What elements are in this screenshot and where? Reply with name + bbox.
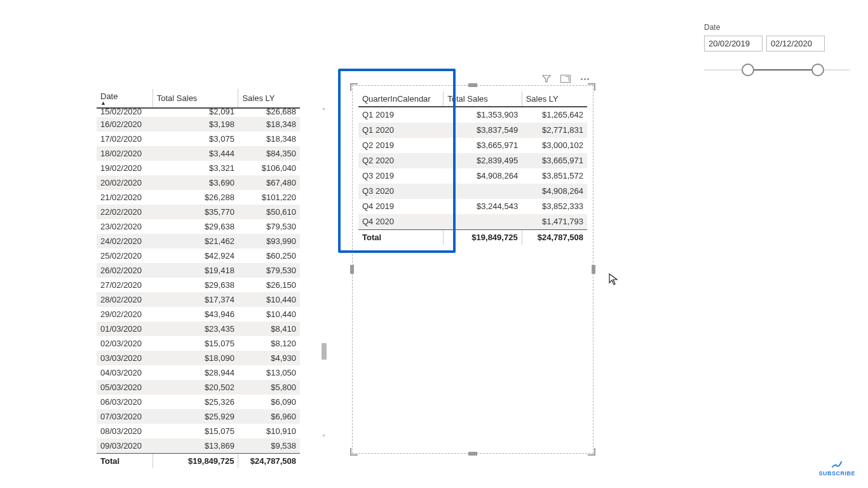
table-row[interactable]: Q4 2020$1,471,793	[358, 214, 587, 230]
cell-total-sales: $18,090	[153, 351, 238, 365]
table-row[interactable]: 25/02/2020$42,924$60,250	[97, 248, 300, 263]
col-header-date[interactable]: Date ▲	[97, 89, 153, 108]
cell-total-sales: $15,075	[153, 336, 238, 351]
resize-handle-right[interactable]	[592, 265, 595, 274]
table-row[interactable]: 28/02/2020$17,374$10,440	[97, 292, 300, 307]
table-row[interactable]: 06/03/2020$25,326$6,090	[97, 395, 300, 409]
table-row[interactable]: 08/03/2020$15,075$10,910	[97, 424, 300, 438]
more-options-icon[interactable]	[580, 74, 590, 84]
quarter-sales-visual[interactable]: QuarterInCalendar Total Sales Sales LY Q…	[352, 85, 593, 454]
daily-sales-table: Date ▲ Total Sales Sales LY 15/02/2020$2…	[97, 89, 300, 468]
focus-mode-icon[interactable]	[560, 74, 571, 84]
slicer-thumb-end[interactable]	[811, 64, 824, 76]
table-row[interactable]: 02/03/2020$15,075$8,120	[97, 336, 300, 351]
slicer-range-track[interactable]	[704, 63, 850, 78]
table-row[interactable]: 04/03/2020$28,944$13,050	[97, 365, 300, 380]
resize-handle-left[interactable]	[350, 265, 354, 274]
table-row[interactable]: Q1 2020$3,837,549$2,771,831	[358, 123, 587, 138]
cell-sales-ly: $3,000,102	[522, 138, 587, 153]
cell-sales-ly: $10,440	[238, 307, 300, 322]
slicer-thumb-start[interactable]	[742, 64, 754, 76]
table-row[interactable]: 19/02/2020$3,321$106,040	[97, 161, 300, 175]
cell-date: 07/03/2020	[97, 409, 153, 424]
cell-total-sales: $20,502	[153, 380, 238, 395]
date-slicer[interactable]: Date	[704, 23, 857, 78]
cell-quarter: Q2 2019	[358, 138, 444, 153]
total-ly-value-q: $24,787,508	[522, 230, 587, 245]
cell-total-sales: $21,462	[153, 234, 238, 248]
resize-handle-bottom[interactable]	[468, 452, 477, 456]
cell-total-sales: $2,091	[153, 108, 238, 117]
scroll-up-icon[interactable]: ˄	[320, 108, 327, 114]
cell-sales-ly: $13,050	[238, 365, 300, 380]
cell-sales-ly: $2,771,831	[522, 123, 587, 138]
table-row[interactable]: 29/02/2020$43,946$10,440	[97, 307, 300, 322]
cell-date: 17/02/2020	[97, 132, 153, 146]
slicer-end-input[interactable]	[766, 36, 825, 51]
table-row[interactable]: 16/02/2020$3,198$18,348	[97, 117, 300, 132]
cell-total-sales: $3,075	[153, 132, 238, 146]
col-header-total-sales-q[interactable]: Total Sales	[444, 92, 522, 107]
table-row[interactable]: 01/03/2020$23,435$8,410	[97, 322, 300, 336]
cell-quarter: Q2 2020	[358, 153, 444, 168]
cell-sales-ly: $1,471,793	[522, 214, 587, 230]
table-row[interactable]: 23/02/2020$29,638$79,530	[97, 219, 300, 234]
col-header-quarter[interactable]: QuarterInCalendar	[358, 92, 444, 107]
table-row[interactable]: Q3 2020$4,908,264	[358, 184, 587, 199]
table-row[interactable]: 24/02/2020$21,462$93,990	[97, 234, 300, 248]
cell-date: 23/02/2020	[97, 219, 153, 234]
slicer-start-input[interactable]	[704, 36, 763, 51]
table-row[interactable]: 17/02/2020$3,075$18,348	[97, 132, 300, 146]
table-row[interactable]: 15/02/2020$2,091$26,688	[97, 108, 300, 117]
scrollbar-track[interactable]	[322, 114, 327, 432]
total-ly-value: $24,787,508	[238, 454, 300, 469]
resize-handle-top[interactable]	[468, 83, 477, 87]
table-row[interactable]: 18/02/2020$3,444$84,350	[97, 146, 300, 161]
cell-date: 22/02/2020	[97, 205, 153, 219]
cell-total-sales: $15,075	[153, 424, 238, 438]
cell-total-sales: $43,946	[153, 307, 238, 322]
col-header-sales-ly[interactable]: Sales LY	[238, 89, 300, 108]
resize-handle-bl[interactable]	[351, 447, 358, 455]
cell-sales-ly: $10,440	[238, 292, 300, 307]
resize-handle-tl[interactable]	[351, 84, 358, 92]
cell-date: 06/03/2020	[97, 395, 153, 409]
quarter-sales-table: QuarterInCalendar Total Sales Sales LY Q…	[358, 92, 587, 245]
cell-date: 16/02/2020	[97, 117, 153, 132]
cell-date: 02/03/2020	[97, 336, 153, 351]
scrollbar-thumb[interactable]	[322, 343, 327, 360]
table-row[interactable]: 03/03/2020$18,090$4,930	[97, 351, 300, 365]
resize-handle-tr[interactable]	[587, 84, 595, 92]
table-row[interactable]: 22/02/2020$35,770$50,610	[97, 205, 300, 219]
cell-sales-ly: $18,348	[238, 117, 300, 132]
resize-handle-br[interactable]	[587, 447, 595, 455]
cell-date: 28/02/2020	[97, 292, 153, 307]
cell-total-sales: $3,321	[153, 161, 238, 175]
table-row[interactable]: 27/02/2020$29,638$26,150	[97, 278, 300, 292]
table-row[interactable]: Q4 2019$3,244,543$3,852,333	[358, 199, 587, 214]
col-header-sales-ly-q[interactable]: Sales LY	[522, 92, 587, 107]
table-row[interactable]: 20/02/2020$3,690$67,480	[97, 175, 300, 190]
table-row[interactable]: Q2 2019$3,665,971$3,000,102	[358, 138, 587, 153]
cell-sales-ly: $26,688	[238, 108, 300, 117]
table-row[interactable]: 07/03/2020$25,929$6,960	[97, 409, 300, 424]
cell-total-sales: $2,839,495	[444, 153, 522, 168]
table-row[interactable]: 21/02/2020$26,288$101,220	[97, 190, 300, 205]
daily-sales-table-visual[interactable]: Date ▲ Total Sales Sales LY 15/02/2020$2…	[97, 89, 300, 468]
cell-sales-ly: $106,040	[238, 161, 300, 175]
table-row[interactable]: 05/03/2020$20,502$5,800	[97, 380, 300, 395]
col-header-total-sales[interactable]: Total Sales	[153, 89, 238, 108]
table-row[interactable]: 09/03/2020$13,869$9,538	[97, 438, 300, 454]
total-row-label: Total	[97, 454, 153, 469]
cell-sales-ly: $6,090	[238, 395, 300, 409]
filter-icon[interactable]	[541, 74, 552, 84]
cell-total-sales: $1,353,903	[444, 107, 522, 123]
table-row[interactable]: Q2 2020$2,839,495$3,665,971	[358, 153, 587, 168]
table-row[interactable]: Q3 2019$4,908,264$3,851,572	[358, 168, 587, 184]
total-sales-value-q: $19,849,725	[444, 230, 522, 245]
scroll-down-icon[interactable]: ˅	[320, 435, 327, 441]
cell-total-sales: $3,198	[153, 117, 238, 132]
table-row[interactable]: 26/02/2020$19,418$79,530	[97, 263, 300, 278]
cell-sales-ly: $101,220	[238, 190, 300, 205]
table-row[interactable]: Q1 2019$1,353,903$1,265,642	[358, 107, 587, 123]
